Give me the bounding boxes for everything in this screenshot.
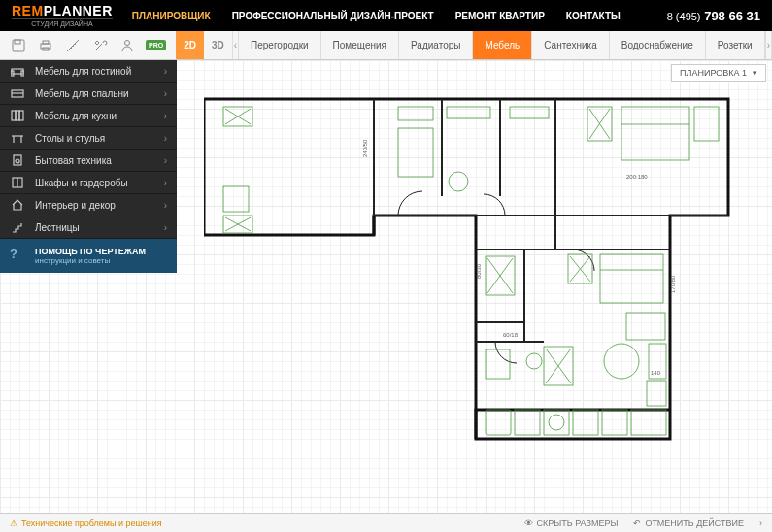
appliance-icon bbox=[10, 153, 25, 167]
sidebar-item-wardrobes[interactable]: Шкафы и гардеробы › bbox=[0, 172, 177, 194]
sidebar-item-decor[interactable]: Интерьер и декор › bbox=[0, 194, 177, 216]
save-icon[interactable] bbox=[10, 37, 27, 54]
sidebar-item-living-room[interactable]: Мебель для гостиной › bbox=[0, 60, 177, 83]
footer-warning-text: Технические проблемы и решения bbox=[21, 518, 162, 528]
svg-point-56 bbox=[549, 415, 564, 430]
sidebar-item-stairs[interactable]: Лестницы › bbox=[0, 216, 177, 239]
undo-button[interactable]: ↶ ОТМЕНИТЬ ДЕЙСТВИЕ bbox=[633, 518, 744, 528]
undo-label: ОТМЕНИТЬ ДЕЙСТВИЕ bbox=[645, 518, 744, 528]
chevron-right-icon: › bbox=[164, 200, 167, 211]
sidebar-label: Шкафы и гардеробы bbox=[35, 178, 128, 188]
help-title: ПОМОЩЬ ПО ЧЕРТЕЖАМ bbox=[35, 247, 146, 256]
kitchen-icon bbox=[10, 109, 25, 122]
print-icon[interactable] bbox=[37, 37, 54, 54]
chevron-right-icon: › bbox=[164, 133, 167, 144]
tab-water-supply[interactable]: Водоснабжение bbox=[610, 31, 706, 59]
svg-rect-53 bbox=[486, 410, 511, 435]
svg-rect-42 bbox=[694, 107, 719, 141]
svg-rect-34 bbox=[398, 107, 433, 120]
view-2d-button[interactable]: 2D bbox=[176, 31, 204, 59]
nav-planner[interactable]: ПЛАНИРОВЩИК bbox=[132, 11, 211, 21]
sidebar-label: Бытовая техника bbox=[35, 155, 112, 166]
logo-planner: PLANNER bbox=[44, 3, 113, 18]
tools-icon[interactable] bbox=[91, 37, 109, 54]
nav-contacts[interactable]: КОНТАКТЫ bbox=[566, 11, 621, 21]
svg-rect-44 bbox=[600, 254, 663, 303]
dim-label: 170/80 bbox=[670, 275, 676, 293]
sidebar-item-appliances[interactable]: Бытовая техника › bbox=[0, 150, 177, 172]
hide-dimensions-button[interactable]: 👁 СКРЫТЬ РАЗМЕРЫ bbox=[524, 518, 619, 528]
svg-point-51 bbox=[604, 344, 639, 379]
help-subtitle: инструкции и советы bbox=[35, 256, 146, 265]
furniture-sidebar: Мебель для гостиной › Мебель для спальни… bbox=[0, 60, 177, 273]
sidebar-label: Лестницы bbox=[35, 222, 80, 233]
dim-label: 240/50 bbox=[362, 139, 368, 157]
warning-icon: ⚠ bbox=[10, 518, 17, 528]
user-icon[interactable] bbox=[118, 37, 136, 54]
sofa-icon bbox=[10, 64, 25, 78]
tabs-scroll-left[interactable]: ‹ bbox=[232, 31, 239, 59]
phone-main: 798 66 31 bbox=[704, 9, 760, 23]
eye-icon: 👁 bbox=[524, 518, 533, 528]
tab-sockets[interactable]: Розетки bbox=[706, 31, 765, 59]
svg-rect-32 bbox=[223, 186, 249, 212]
chevron-down-icon: ▾ bbox=[753, 68, 757, 78]
sidebar-item-tables[interactable]: Столы и стулья › bbox=[0, 127, 177, 150]
svg-rect-57 bbox=[573, 410, 598, 435]
wardrobe-icon bbox=[10, 176, 25, 189]
footer-warning-link[interactable]: ⚠ Технические проблемы и решения bbox=[10, 518, 162, 528]
svg-rect-55 bbox=[544, 410, 569, 435]
main-nav: ПЛАНИРОВЩИК ПРОФЕССИОНАЛЬНЫЙ ДИЗАЙН-ПРОЕ… bbox=[132, 11, 621, 21]
tab-rooms[interactable]: Помещения bbox=[321, 31, 399, 59]
sidebar-label: Мебель для кухни bbox=[35, 111, 117, 121]
logo-subtitle: СТУДИЯ ДИЗАЙНА bbox=[12, 18, 113, 27]
layout-label-text: ПЛАНИРОВКА 1 bbox=[680, 68, 747, 78]
main-area: Мебель для гостиной › Мебель для спальни… bbox=[0, 60, 772, 513]
undo-icon: ↶ bbox=[633, 518, 641, 528]
category-tabs: Перегородки Помещения Радиаторы Мебель С… bbox=[239, 31, 765, 59]
dim-label: 140 bbox=[651, 370, 661, 376]
tab-partitions[interactable]: Перегородки bbox=[239, 31, 321, 59]
hide-dims-label: СКРЫТЬ РАЗМЕРЫ bbox=[537, 518, 619, 528]
chevron-right-icon: › bbox=[164, 111, 167, 121]
pro-badge[interactable]: PRO bbox=[146, 40, 166, 50]
nav-design-project[interactable]: ПРОФЕССИОНАЛЬНЫЙ ДИЗАЙН-ПРОЕКТ bbox=[232, 11, 434, 21]
nav-renovation[interactable]: РЕМОНТ КВАРТИР bbox=[455, 11, 545, 21]
phone-number[interactable]: 8 (495) 798 66 31 bbox=[667, 9, 760, 23]
chevron-right-icon: › bbox=[164, 66, 167, 77]
chevron-right-icon: › bbox=[164, 155, 167, 166]
chevron-right-icon[interactable]: › bbox=[759, 518, 762, 528]
logo[interactable]: REMPLANNER СТУДИЯ ДИЗАЙНА bbox=[12, 4, 113, 27]
view-toggle: 2D 3D bbox=[176, 31, 232, 59]
svg-point-5 bbox=[125, 40, 130, 45]
view-3d-button[interactable]: 3D bbox=[204, 31, 232, 59]
sidebar-label: Интерьер и декор bbox=[35, 200, 116, 211]
sidebar-label: Мебель для спальни bbox=[35, 88, 129, 99]
dim-label: 60/18 bbox=[503, 332, 519, 338]
chevron-right-icon: › bbox=[164, 222, 167, 233]
phone-prefix: 8 (495) bbox=[667, 11, 701, 22]
svg-point-36 bbox=[449, 172, 468, 191]
tab-plumbing[interactable]: Сантехника bbox=[532, 31, 610, 59]
svg-rect-54 bbox=[515, 410, 540, 435]
sidebar-label: Мебель для гостиной bbox=[35, 66, 131, 77]
help-icon: ? bbox=[10, 247, 25, 261]
sidebar-label: Столы и стулья bbox=[35, 133, 105, 144]
layout-selector[interactable]: ПЛАНИРОВКА 1 ▾ bbox=[671, 64, 766, 82]
sidebar-item-kitchen[interactable]: Мебель для кухни › bbox=[0, 105, 177, 127]
logo-rem: REM bbox=[12, 3, 44, 18]
sidebar-help[interactable]: ? ПОМОЩЬ ПО ЧЕРТЕЖАМ инструкции и советы bbox=[0, 239, 177, 273]
svg-rect-35 bbox=[398, 128, 433, 177]
svg-rect-3 bbox=[43, 41, 49, 44]
home-icon bbox=[10, 198, 25, 212]
tabs-scroll-right[interactable]: › bbox=[765, 31, 772, 59]
measure-icon[interactable] bbox=[64, 37, 82, 54]
tab-furniture[interactable]: Мебель bbox=[473, 31, 532, 59]
floorplan[interactable]: 200:180 240/50 170/80 140 80/30 60/18 bbox=[204, 89, 748, 497]
svg-rect-50 bbox=[626, 313, 665, 340]
svg-point-18 bbox=[16, 159, 19, 163]
bed-icon bbox=[10, 86, 25, 100]
sidebar-item-bedroom[interactable]: Мебель для спальни › bbox=[0, 83, 177, 105]
dim-label: 80/30 bbox=[476, 263, 482, 279]
tab-radiators[interactable]: Радиаторы bbox=[399, 31, 473, 59]
